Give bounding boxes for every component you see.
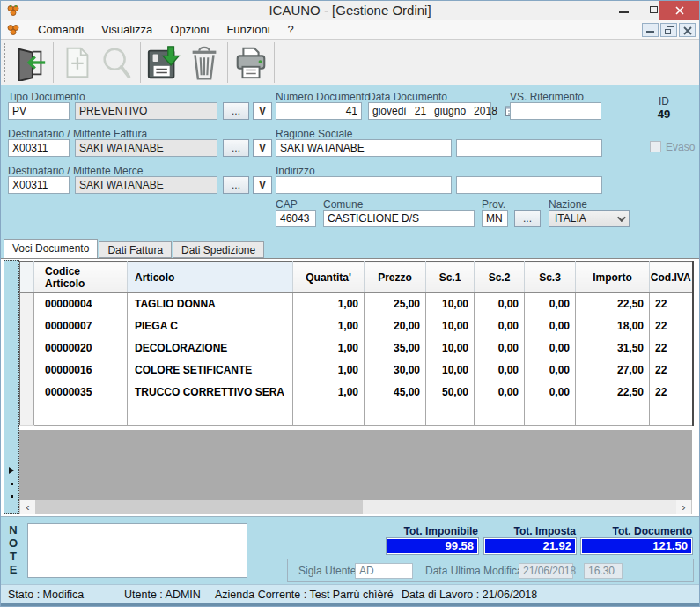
row-selector[interactable] [20,315,34,337]
sigla-utente-input[interactable] [355,563,413,579]
table-cell[interactable]: 10,00 [426,293,475,315]
data-documento-picker[interactable]: giovedì 21 giugno 2018 [368,102,491,120]
menu-funzioni[interactable]: Funzioni [217,20,278,39]
table-cell[interactable]: 22 [650,337,693,359]
table-cell[interactable]: 20,00 [365,315,426,337]
toolbar-grip[interactable] [4,43,6,82]
table-cell[interactable] [128,403,293,426]
table-cell[interactable]: 22 [650,293,693,315]
row-selector[interactable] [20,381,34,403]
table-row[interactable]: 00000020DECOLORAZIONE1,0035,0010,000,000… [20,337,693,359]
tab-dati-spedizione[interactable]: Dati Spedizione [173,241,264,258]
table-cell[interactable]: TAGLIO DONNA [128,293,293,315]
table-cell[interactable] [650,403,693,426]
column-header[interactable]: Articolo [128,262,293,293]
vs-riferimento-input[interactable] [510,102,601,120]
table-row[interactable]: 00000035TRUCCO CORRETTIVO SERA1,0045,005… [20,381,693,403]
tipo-documento-input[interactable] [8,102,70,120]
menu-visualizza[interactable]: Visualizza [92,20,161,39]
menu-opzioni[interactable]: Opzioni [161,20,217,39]
table-cell[interactable]: 22,50 [576,381,650,403]
column-header[interactable]: CodiceArticolo [34,262,128,293]
table-cell[interactable]: 31,50 [576,337,650,359]
table-cell[interactable]: 1,00 [293,381,365,403]
tab-dati-fattura[interactable]: Dati Fattura [99,241,172,258]
table-cell[interactable]: 1,00 [293,359,365,381]
table-cell[interactable] [293,403,365,426]
table-cell[interactable]: 0,00 [525,293,576,315]
table-cell[interactable]: 1,00 [293,337,365,359]
table-row[interactable] [20,403,693,426]
close-button[interactable] [659,1,700,20]
mdi-close-button[interactable] [679,23,696,37]
indirizzo-input[interactable] [276,176,452,194]
table-cell[interactable]: 10,00 [426,315,475,337]
scroll-right-icon[interactable]: › [676,500,691,514]
ragione-sociale-input-2[interactable] [456,139,602,157]
destinatario-merce-browse-button[interactable]: ... [223,176,249,194]
table-cell[interactable]: 45,00 [365,381,426,403]
search-button[interactable] [97,41,137,84]
destinatario-fattura-v-button[interactable]: V [253,139,272,157]
table-cell[interactable]: 25,00 [365,293,426,315]
new-document-button[interactable] [56,41,97,84]
print-button[interactable] [231,41,271,84]
table-cell[interactable] [475,403,525,426]
table-cell[interactable]: COLORE SETIFICANTE [128,359,293,381]
table-cell[interactable]: 0,00 [475,293,525,315]
mdi-minimize-button[interactable] [642,23,659,37]
table-cell[interactable]: 0,00 [525,337,576,359]
table-cell[interactable]: 22,50 [576,293,650,315]
tipo-documento-browse-button[interactable]: ... [223,102,249,120]
prov-input[interactable] [482,210,508,227]
table-cell[interactable]: 00000016 [34,359,128,381]
row-selector[interactable] [20,403,34,426]
table-cell[interactable]: 10,00 [426,359,475,381]
row-selector[interactable] [20,359,34,381]
minimize-button[interactable] [610,1,637,20]
table-cell[interactable]: 27,00 [576,359,650,381]
table-cell[interactable]: 22 [650,359,693,381]
destinatario-merce-input[interactable] [8,176,70,194]
table-cell[interactable] [426,403,475,426]
table-cell[interactable] [365,403,426,426]
table-cell[interactable]: 22 [650,381,693,403]
table-cell[interactable]: 00000007 [34,315,128,337]
side-splitter-strip[interactable] [4,260,19,514]
horizontal-scrollbar[interactable]: ‹ › [19,500,692,514]
table-cell[interactable] [34,403,128,426]
table-row[interactable]: 00000007PIEGA C1,0020,0010,000,000,0018,… [20,315,693,337]
table-cell[interactable]: 10,00 [426,337,475,359]
table-cell[interactable] [576,403,650,426]
mdi-restore-button[interactable] [660,23,677,37]
splitter-arrow-icon[interactable] [9,467,14,474]
numero-documento-input[interactable] [276,102,362,120]
row-selector[interactable] [20,337,34,359]
column-header[interactable]: Importo [576,262,650,293]
column-header[interactable]: Sc.1 [426,262,475,293]
table-cell[interactable]: 0,00 [475,381,525,403]
scroll-left-icon[interactable]: ‹ [20,500,35,514]
table-cell[interactable]: 1,00 [293,293,365,315]
table-cell[interactable]: PIEGA C [128,315,293,337]
table-cell[interactable]: 0,00 [525,315,576,337]
nazione-select[interactable]: ITALIA [549,210,630,227]
table-cell[interactable]: 00000035 [34,381,128,403]
destinatario-merce-v-button[interactable]: V [253,176,272,194]
destinatario-fattura-input[interactable] [8,139,70,157]
table-cell[interactable]: 30,00 [365,359,426,381]
cap-input[interactable] [276,210,316,227]
note-textarea[interactable] [27,523,247,578]
table-cell[interactable]: 0,00 [475,315,525,337]
table-cell[interactable]: TRUCCO CORRETTIVO SERA [128,381,293,403]
column-header[interactable]: Sc.2 [475,262,525,293]
table-cell[interactable] [525,403,576,426]
table-row[interactable]: 00000016COLORE SETIFICANTE1,0030,0010,00… [20,359,693,381]
table-cell[interactable]: 0,00 [525,359,576,381]
delete-button[interactable] [184,41,225,84]
tipo-documento-v-button[interactable]: V [253,102,272,120]
table-cell[interactable]: 0,00 [525,381,576,403]
comune-browse-button[interactable]: ... [514,210,541,227]
menu-comandi[interactable]: Comandi [29,20,92,39]
destinatario-fattura-browse-button[interactable]: ... [223,139,249,157]
